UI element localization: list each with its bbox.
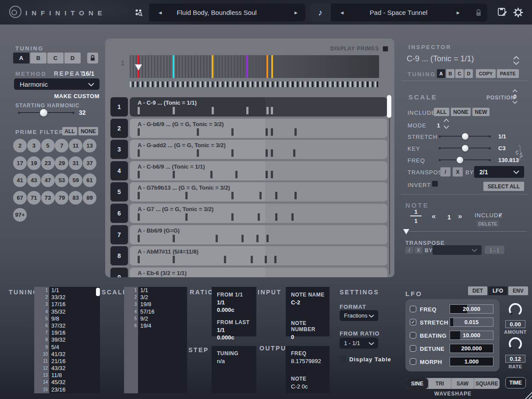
settings-button[interactable] bbox=[512, 7, 524, 18]
browse-presets-button[interactable] bbox=[128, 4, 149, 21]
scrollbar-thumb[interactable] bbox=[387, 95, 391, 118]
preset-next-button[interactable]: ▶ bbox=[294, 4, 298, 21]
slider-handle[interactable] bbox=[457, 157, 463, 163]
note-swap-button[interactable]: |↔| bbox=[485, 246, 504, 254]
scale-row[interactable]: A - G7 ... (G = G, Tonic = 3/2) bbox=[130, 204, 387, 223]
scale-row-number[interactable]: 4 bbox=[110, 161, 128, 180]
select-all-button[interactable]: SELECT ALL bbox=[483, 182, 524, 191]
preset-prev-button[interactable]: ◀ bbox=[340, 4, 344, 21]
starting-harmonic-slider[interactable] bbox=[19, 112, 74, 113]
scale-row-number[interactable]: 8 bbox=[110, 246, 128, 265]
inspector-tuning-tab-d[interactable]: D bbox=[465, 69, 473, 78]
scale-row[interactable]: A - G7b9b13 ... (G = G, Tonic = 3/2) bbox=[130, 182, 387, 201]
prime-filter-19[interactable]: 19 bbox=[27, 156, 41, 170]
note-next-button[interactable]: » bbox=[458, 212, 462, 221]
list-row-value[interactable]: 5/4 bbox=[49, 344, 100, 351]
scale-row-number[interactable]: 1 bbox=[110, 97, 128, 117]
amount-value[interactable]: 0.00 bbox=[505, 320, 525, 328]
prime-filter-13[interactable]: 13 bbox=[83, 139, 96, 152]
prime-filter-11[interactable]: 11 bbox=[69, 139, 82, 152]
lfo-tab-lfo[interactable]: LFO bbox=[488, 286, 507, 295]
repeat-value[interactable]: 16/1 bbox=[82, 70, 94, 77]
sound-preset-button[interactable]: ♪ bbox=[310, 4, 331, 21]
list-row-value[interactable]: 35/32 bbox=[49, 308, 100, 315]
prime-filter-73[interactable]: 73 bbox=[41, 191, 55, 205]
chevron-up-icon[interactable] bbox=[443, 119, 449, 122]
list-row-value[interactable]: 17/16 bbox=[49, 301, 100, 308]
inspector-title-stepper[interactable] bbox=[513, 56, 519, 65]
prime-filters-none-button[interactable]: NONE bbox=[78, 127, 98, 135]
scrollbar-track[interactable] bbox=[389, 95, 390, 274]
scale-row-number[interactable]: 3 bbox=[110, 140, 128, 159]
list-row-value[interactable]: 57/16 bbox=[138, 308, 187, 315]
key-slider[interactable] bbox=[440, 148, 490, 148]
stretch-slider[interactable] bbox=[440, 136, 490, 137]
slider-handle[interactable] bbox=[462, 145, 468, 152]
mode-stepper[interactable] bbox=[443, 119, 449, 129]
chevron-up-icon[interactable] bbox=[512, 89, 518, 92]
prime-filter-37[interactable]: 37 bbox=[83, 156, 96, 170]
list-row-value[interactable]: 21/16 bbox=[49, 358, 100, 365]
prime-filter-2[interactable]: 2 bbox=[13, 139, 27, 152]
scale-row[interactable]: A - G-add2 ... (G = G, Tonic = 3/2) bbox=[130, 140, 387, 159]
inspector-tuning-tab-c[interactable]: C bbox=[455, 69, 464, 78]
paste-button[interactable]: PASTE bbox=[497, 69, 519, 78]
inspector-tuning-tab-b[interactable]: B bbox=[446, 69, 454, 78]
rate-knob[interactable] bbox=[507, 336, 523, 351]
prime-filter-71[interactable]: 71 bbox=[27, 191, 41, 205]
prime-filter-23[interactable]: 23 bbox=[41, 156, 55, 170]
list-row-value[interactable]: 1/1 bbox=[49, 287, 100, 294]
prime-filter-47[interactable]: 47 bbox=[41, 173, 55, 187]
note-transpose-multiply-button[interactable]: X bbox=[415, 247, 422, 254]
note-include-checkbox[interactable]: ✓ bbox=[498, 212, 503, 218]
tuning-lock-button[interactable] bbox=[87, 53, 98, 64]
note-delete-button[interactable]: DELETE bbox=[476, 220, 499, 227]
list-row-value[interactable]: 39/32 bbox=[49, 336, 100, 343]
list-row-value[interactable]: 9/8 bbox=[49, 315, 100, 322]
scale-row[interactable]: A - G-b6/9 ... (G = G, Tonic = 3/2) bbox=[130, 119, 387, 138]
lfo-tab-env[interactable]: ENV bbox=[508, 286, 528, 295]
list-row-value[interactable]: 19/16 bbox=[49, 329, 100, 336]
from-ratio-dropdown[interactable]: 1 - 1/1 bbox=[340, 338, 378, 349]
tuning-list-scrollbar[interactable] bbox=[96, 288, 100, 296]
prime-filter-17[interactable]: 17 bbox=[13, 156, 27, 170]
prime-spectrum-bar[interactable] bbox=[130, 55, 379, 78]
transpose-multiply-button[interactable]: X bbox=[453, 167, 463, 177]
freq-slider[interactable] bbox=[440, 159, 490, 160]
prime-filter-67[interactable]: 67 bbox=[13, 191, 27, 205]
prime-filter-83[interactable]: 83 bbox=[69, 191, 82, 205]
time-button[interactable]: TIME bbox=[505, 377, 526, 388]
list-row-value[interactable]: 19/4 bbox=[138, 322, 187, 329]
waveshape-saw[interactable]: SAW bbox=[451, 378, 474, 389]
prime-filter-5[interactable]: 5 bbox=[41, 139, 55, 152]
note-position-track[interactable] bbox=[409, 231, 527, 232]
stretch-value-field[interactable]: 0.015 bbox=[450, 318, 493, 327]
scale-row[interactable]: A - AbM7#11 (5/4=11/8) bbox=[130, 246, 387, 265]
broken-link-icon[interactable] bbox=[515, 150, 523, 159]
chevron-down-icon[interactable] bbox=[443, 125, 449, 129]
prime-filter-53[interactable]: 53 bbox=[55, 173, 68, 187]
display-primes-checkbox[interactable] bbox=[383, 46, 388, 52]
chevron-down-icon[interactable] bbox=[512, 101, 518, 104]
prime-filter-61[interactable]: 61 bbox=[83, 173, 96, 187]
prime-filter-3[interactable]: 3 bbox=[27, 139, 41, 152]
preset-prev-button[interactable]: ◀ bbox=[159, 4, 162, 21]
lfo-tab-det[interactable]: DET bbox=[468, 286, 487, 295]
beating-checkbox[interactable] bbox=[410, 332, 416, 339]
prime-filter-43[interactable]: 43 bbox=[27, 173, 41, 187]
list-row-value[interactable]: 41/32 bbox=[49, 351, 100, 358]
list-row-value[interactable]: 37/32 bbox=[49, 322, 100, 329]
prime-filter-41[interactable]: 41 bbox=[13, 173, 27, 187]
invert-checkbox[interactable] bbox=[432, 180, 438, 187]
transpose-by-dropdown[interactable]: 2/1 bbox=[474, 166, 524, 178]
detune-checkbox[interactable] bbox=[410, 345, 416, 352]
amount-knob[interactable] bbox=[507, 302, 523, 317]
list-row-value[interactable]: 45/32 bbox=[49, 379, 100, 386]
list-row-value[interactable]: 23/16 bbox=[49, 386, 100, 393]
scale-row[interactable]: A - Eb-6 (3/2 = 1/1) bbox=[130, 268, 387, 277]
prime-filters-all-button[interactable]: ALL bbox=[62, 127, 77, 135]
prime-filter-89[interactable]: 89 bbox=[83, 191, 96, 205]
display-table-checkbox[interactable] bbox=[340, 356, 346, 362]
list-row-value[interactable]: 3/2 bbox=[138, 294, 187, 301]
list-row-value[interactable]: 19/8 bbox=[138, 301, 187, 308]
